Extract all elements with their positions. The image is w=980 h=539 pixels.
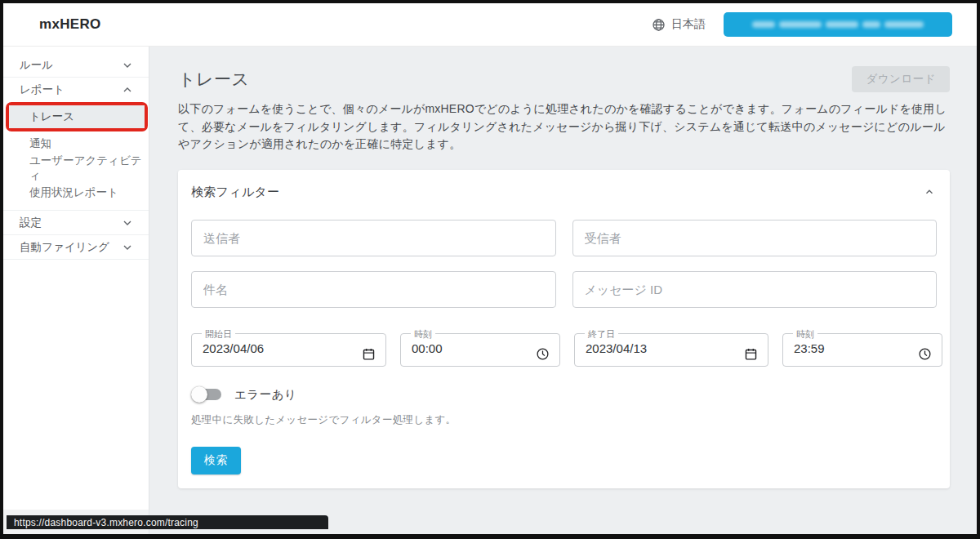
chevron-up-icon — [924, 186, 935, 198]
message-id-input[interactable] — [572, 271, 938, 308]
field-label: 時刻 — [793, 330, 817, 338]
top-header: mxHERO 日本語 — [3, 3, 977, 47]
redacted-text — [826, 21, 858, 28]
language-selector[interactable]: 日本語 — [652, 17, 706, 32]
sidebar-item-rules[interactable]: ルール — [3, 53, 149, 78]
redacted-text — [884, 21, 924, 28]
clock-icon[interactable] — [918, 347, 932, 361]
main-content: トレース ダウンロード 以下のフォームを使うことで、個々のメールがmxHEROで… — [149, 47, 977, 534]
calendar-icon[interactable] — [744, 347, 758, 361]
toggle-knob — [191, 386, 207, 403]
end-date-input[interactable] — [586, 341, 758, 355]
clock-icon[interactable] — [536, 347, 550, 361]
sidebar-item-label: 自動ファイリング — [20, 240, 109, 255]
subject-input[interactable] — [191, 271, 556, 308]
chevron-up-icon — [121, 83, 134, 96]
end-time-input[interactable] — [794, 341, 932, 355]
search-filter-panel: 検索フィルター 開始日 — [178, 170, 950, 488]
redacted-text — [752, 21, 775, 28]
chevron-down-icon — [121, 241, 134, 254]
recipient-input[interactable] — [572, 220, 938, 256]
mxhero-logo: mxHERO — [39, 16, 101, 33]
red-annotation-box: トレース — [6, 102, 148, 131]
error-toggle-label: エラーあり — [234, 387, 296, 403]
page-title: トレース — [178, 68, 249, 91]
download-button[interactable]: ダウンロード — [852, 66, 950, 92]
sender-input[interactable] — [191, 220, 556, 256]
app-window: mxHERO 日本語 — [3, 3, 977, 534]
field-label: 終了日 — [585, 330, 618, 338]
redacted-text — [779, 21, 822, 28]
sidebar: ルール レポート トレース 通知 — [3, 47, 149, 534]
sidebar-item-usage-report[interactable]: 使用状況レポート — [3, 180, 149, 205]
error-toggle[interactable] — [193, 389, 221, 400]
header-actions: 日本語 — [652, 12, 952, 37]
start-date-input[interactable] — [203, 341, 376, 355]
field-label: 開始日 — [202, 330, 235, 338]
sidebar-item-notifications[interactable]: 通知 — [3, 131, 149, 156]
sidebar-item-label: トレース — [29, 109, 74, 124]
language-label: 日本語 — [671, 17, 706, 32]
start-time-input[interactable] — [412, 341, 550, 355]
search-button[interactable]: 検索 — [191, 447, 241, 474]
sidebar-item-user-activity[interactable]: ユーザーアクティビティ — [3, 156, 149, 180]
account-button[interactable] — [724, 12, 952, 37]
end-time-field[interactable]: 時刻 — [782, 330, 942, 367]
url-status-tooltip: https://dashboard-v3.mxhero.com/tracing — [7, 515, 328, 529]
chevron-down-icon — [121, 59, 134, 72]
calendar-icon[interactable] — [362, 347, 376, 361]
sidebar-item-settings[interactable]: 設定 — [3, 211, 149, 235]
screenshot-frame: mxHERO 日本語 — [0, 0, 980, 539]
page-description: 以下のフォームを使うことで、個々のメールがmxHEROでどのように処理されたのか… — [178, 100, 950, 154]
globe-icon — [652, 18, 666, 32]
collapse-panel-button[interactable] — [922, 185, 937, 199]
sidebar-item-label: ユーザーアクティビティ — [29, 154, 149, 183]
filter-panel-title: 検索フィルター — [191, 185, 280, 200]
sidebar-item-label: ルール — [20, 58, 53, 73]
toggle-helper-text: 処理中に失敗したメッセージでフィルター処理します。 — [191, 413, 937, 427]
reports-submenu: トレース 通知 ユーザーアクティビティ 使用状況レポート — [3, 102, 149, 211]
redacted-text — [862, 21, 880, 28]
sidebar-item-trace[interactable]: トレース — [9, 105, 145, 128]
sidebar-item-auto-filing[interactable]: 自動ファイリング — [3, 235, 149, 260]
chevron-down-icon — [121, 216, 134, 229]
sidebar-item-label: レポート — [20, 82, 65, 97]
end-date-field[interactable]: 終了日 — [574, 330, 768, 367]
start-date-field[interactable]: 開始日 — [191, 330, 386, 367]
field-label: 時刻 — [411, 330, 435, 338]
start-time-field[interactable]: 時刻 — [400, 330, 560, 367]
sidebar-item-label: 通知 — [29, 136, 51, 151]
sidebar-item-label: 使用状況レポート — [29, 185, 118, 200]
sidebar-item-reports[interactable]: レポート — [3, 78, 149, 102]
sidebar-item-label: 設定 — [20, 216, 42, 230]
